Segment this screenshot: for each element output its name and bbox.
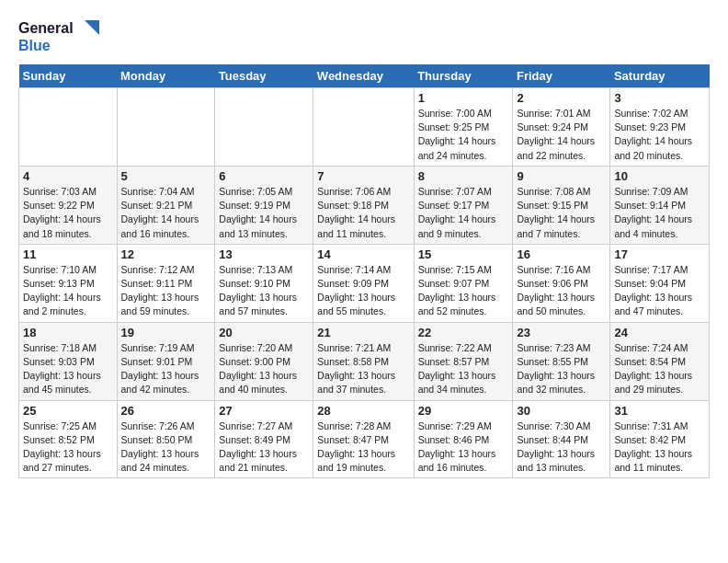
calendar-cell [19, 88, 118, 167]
calendar-cell [313, 88, 414, 167]
day-info: Sunrise: 7:03 AM Sunset: 9:22 PM Dayligh… [23, 185, 113, 241]
day-info: Sunrise: 7:01 AM Sunset: 9:24 PM Dayligh… [517, 107, 606, 163]
day-info: Sunrise: 7:05 AM Sunset: 9:19 PM Dayligh… [219, 185, 309, 241]
weekday-header-row: SundayMondayTuesdayWednesdayThursdayFrid… [19, 64, 710, 88]
day-number: 14 [317, 247, 409, 261]
day-info: Sunrise: 7:22 AM Sunset: 8:57 PM Dayligh… [418, 341, 509, 397]
calendar-cell: 16Sunrise: 7:16 AM Sunset: 9:06 PM Dayli… [513, 244, 610, 322]
day-number: 9 [517, 169, 606, 183]
day-number: 15 [418, 247, 509, 261]
calendar-cell: 1Sunrise: 7:00 AM Sunset: 9:25 PM Daylig… [414, 88, 513, 167]
day-number: 8 [418, 169, 509, 183]
day-info: Sunrise: 7:00 AM Sunset: 9:25 PM Dayligh… [418, 107, 509, 163]
day-number: 1 [418, 91, 509, 105]
day-info: Sunrise: 7:26 AM Sunset: 8:50 PM Dayligh… [121, 419, 211, 476]
weekday-header-sunday: Sunday [19, 64, 118, 88]
calendar-cell: 28Sunrise: 7:28 AM Sunset: 8:47 PM Dayli… [313, 400, 414, 478]
day-number: 22 [418, 326, 509, 339]
calendar-week-row: 18Sunrise: 7:18 AM Sunset: 9:03 PM Dayli… [19, 322, 710, 400]
calendar-table: SundayMondayTuesdayWednesdayThursdayFrid… [18, 64, 710, 478]
day-info: Sunrise: 7:24 AM Sunset: 8:54 PM Dayligh… [614, 341, 705, 397]
calendar-cell: 27Sunrise: 7:27 AM Sunset: 8:49 PM Dayli… [215, 400, 313, 478]
day-info: Sunrise: 7:16 AM Sunset: 9:06 PM Dayligh… [517, 263, 606, 319]
weekday-header-saturday: Saturday [610, 64, 710, 88]
calendar-week-row: 25Sunrise: 7:25 AM Sunset: 8:52 PM Dayli… [19, 400, 710, 478]
day-number: 30 [517, 404, 606, 418]
day-info: Sunrise: 7:10 AM Sunset: 9:13 PM Dayligh… [23, 263, 113, 319]
day-number: 18 [23, 326, 113, 339]
day-info: Sunrise: 7:17 AM Sunset: 9:04 PM Dayligh… [614, 263, 705, 319]
day-info: Sunrise: 7:19 AM Sunset: 9:01 PM Dayligh… [121, 341, 211, 397]
day-number: 6 [219, 169, 309, 183]
calendar-cell: 7Sunrise: 7:06 AM Sunset: 9:18 PM Daylig… [313, 166, 414, 244]
svg-marker-0 [85, 20, 99, 35]
calendar-cell: 25Sunrise: 7:25 AM Sunset: 8:52 PM Dayli… [19, 400, 118, 478]
day-info: Sunrise: 7:15 AM Sunset: 9:07 PM Dayligh… [418, 263, 509, 319]
calendar-cell: 11Sunrise: 7:10 AM Sunset: 9:13 PM Dayli… [19, 244, 118, 322]
day-number: 17 [614, 247, 705, 261]
day-number: 28 [317, 404, 409, 418]
day-info: Sunrise: 7:31 AM Sunset: 8:42 PM Dayligh… [614, 419, 705, 476]
day-number: 12 [121, 247, 211, 261]
logo-svg: GeneralBlue [18, 18, 101, 55]
day-info: Sunrise: 7:08 AM Sunset: 9:15 PM Dayligh… [517, 185, 606, 241]
calendar-cell: 5Sunrise: 7:04 AM Sunset: 9:21 PM Daylig… [117, 166, 215, 244]
calendar-cell: 12Sunrise: 7:12 AM Sunset: 9:11 PM Dayli… [117, 244, 215, 322]
day-number: 7 [317, 169, 409, 183]
calendar-cell: 26Sunrise: 7:26 AM Sunset: 8:50 PM Dayli… [117, 400, 215, 478]
svg-text:General: General [18, 20, 74, 36]
day-info: Sunrise: 7:06 AM Sunset: 9:18 PM Dayligh… [317, 185, 409, 241]
calendar-cell: 19Sunrise: 7:19 AM Sunset: 9:01 PM Dayli… [117, 322, 215, 400]
day-number: 26 [121, 404, 211, 418]
day-info: Sunrise: 7:27 AM Sunset: 8:49 PM Dayligh… [219, 419, 309, 476]
calendar-cell: 9Sunrise: 7:08 AM Sunset: 9:15 PM Daylig… [513, 166, 610, 244]
day-number: 3 [614, 91, 705, 105]
calendar-week-row: 11Sunrise: 7:10 AM Sunset: 9:13 PM Dayli… [19, 244, 710, 322]
weekday-header-friday: Friday [513, 64, 610, 88]
day-number: 5 [121, 169, 211, 183]
calendar-cell: 6Sunrise: 7:05 AM Sunset: 9:19 PM Daylig… [215, 166, 313, 244]
day-info: Sunrise: 7:09 AM Sunset: 9:14 PM Dayligh… [614, 185, 705, 241]
day-number: 16 [517, 247, 606, 261]
weekday-header-thursday: Thursday [414, 64, 513, 88]
calendar-cell: 2Sunrise: 7:01 AM Sunset: 9:24 PM Daylig… [513, 88, 610, 167]
calendar-cell: 30Sunrise: 7:30 AM Sunset: 8:44 PM Dayli… [513, 400, 610, 478]
day-info: Sunrise: 7:20 AM Sunset: 9:00 PM Dayligh… [219, 341, 309, 397]
calendar-cell: 24Sunrise: 7:24 AM Sunset: 8:54 PM Dayli… [610, 322, 710, 400]
logo: GeneralBlue [18, 18, 101, 55]
calendar-cell: 29Sunrise: 7:29 AM Sunset: 8:46 PM Dayli… [414, 400, 513, 478]
weekday-header-wednesday: Wednesday [313, 64, 414, 88]
day-number: 13 [219, 247, 309, 261]
calendar-cell: 14Sunrise: 7:14 AM Sunset: 9:09 PM Dayli… [313, 244, 414, 322]
calendar-cell: 31Sunrise: 7:31 AM Sunset: 8:42 PM Dayli… [610, 400, 710, 478]
day-number: 31 [614, 404, 705, 418]
calendar-cell: 17Sunrise: 7:17 AM Sunset: 9:04 PM Dayli… [610, 244, 710, 322]
day-info: Sunrise: 7:18 AM Sunset: 9:03 PM Dayligh… [23, 341, 113, 397]
day-number: 27 [219, 404, 309, 418]
calendar-cell: 18Sunrise: 7:18 AM Sunset: 9:03 PM Dayli… [19, 322, 118, 400]
day-info: Sunrise: 7:25 AM Sunset: 8:52 PM Dayligh… [23, 419, 113, 476]
calendar-cell: 15Sunrise: 7:15 AM Sunset: 9:07 PM Dayli… [414, 244, 513, 322]
calendar-cell: 3Sunrise: 7:02 AM Sunset: 9:23 PM Daylig… [610, 88, 710, 167]
day-number: 23 [517, 326, 606, 339]
page-header: GeneralBlue [18, 18, 710, 55]
day-info: Sunrise: 7:28 AM Sunset: 8:47 PM Dayligh… [317, 419, 409, 476]
calendar-cell: 21Sunrise: 7:21 AM Sunset: 8:58 PM Dayli… [313, 322, 414, 400]
day-number: 25 [23, 404, 113, 418]
calendar-cell: 10Sunrise: 7:09 AM Sunset: 9:14 PM Dayli… [610, 166, 710, 244]
day-info: Sunrise: 7:30 AM Sunset: 8:44 PM Dayligh… [517, 419, 606, 476]
day-number: 24 [614, 326, 705, 339]
day-info: Sunrise: 7:14 AM Sunset: 9:09 PM Dayligh… [317, 263, 409, 319]
day-number: 21 [317, 326, 409, 339]
calendar-cell: 8Sunrise: 7:07 AM Sunset: 9:17 PM Daylig… [414, 166, 513, 244]
day-info: Sunrise: 7:29 AM Sunset: 8:46 PM Dayligh… [418, 419, 509, 476]
day-info: Sunrise: 7:07 AM Sunset: 9:17 PM Dayligh… [418, 185, 509, 241]
calendar-cell [117, 88, 215, 167]
day-number: 10 [614, 169, 705, 183]
calendar-cell: 20Sunrise: 7:20 AM Sunset: 9:00 PM Dayli… [215, 322, 313, 400]
calendar-cell: 22Sunrise: 7:22 AM Sunset: 8:57 PM Dayli… [414, 322, 513, 400]
weekday-header-tuesday: Tuesday [215, 64, 313, 88]
calendar-cell: 23Sunrise: 7:23 AM Sunset: 8:55 PM Dayli… [513, 322, 610, 400]
day-info: Sunrise: 7:12 AM Sunset: 9:11 PM Dayligh… [121, 263, 211, 319]
day-number: 4 [23, 169, 113, 183]
